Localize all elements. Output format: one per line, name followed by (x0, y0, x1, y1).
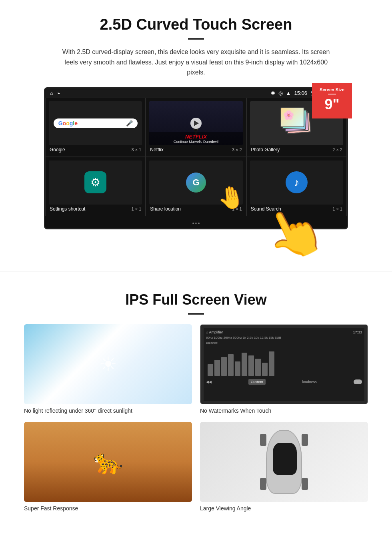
amp-bar-7 (248, 355, 254, 375)
netflix-size: 3 × 2 (232, 147, 242, 152)
cheetah-caption: Super Fast Response (24, 505, 192, 512)
photo-card-4: 🌸 (280, 107, 304, 127)
google-name: Google (50, 147, 65, 153)
sound-icon-wrap: ♪ (286, 171, 308, 193)
app-cell-netflix[interactable]: 🕴 NETFLIX Continue Marvel's Daredevil Ne… (146, 98, 246, 157)
page: 2.5D Curved Touch Screen With 2.5D curve… (0, 0, 392, 528)
img-item-amplifier: ⌂ Amplifier 17:33 60hz 100hz 200hz 500hz… (200, 324, 368, 414)
app-cell-sound[interactable]: ♪ Sound Search 1 × 1 (246, 157, 347, 216)
play-button[interactable] (190, 118, 202, 129)
app-cell-share[interactable]: G 🤚 Share location 1 × 1 (146, 157, 246, 216)
photo-stack: 🌸 (280, 107, 312, 139)
status-bar: ⌂ ⌁ ✱ ◎ ▲ 15:06 📷 🔊 ⊠ ▭ (45, 88, 347, 98)
amp-title: ⌂ Amplifier (206, 330, 223, 334)
badge-label: Screen Size (315, 87, 349, 92)
screen-size-badge: Screen Size 9" (312, 83, 352, 118)
wheel-rl (260, 478, 266, 490)
amplifier-image: ⌂ Amplifier 17:33 60hz 100hz 200hz 500hz… (200, 324, 368, 404)
amp-bar-3 (221, 357, 227, 376)
netflix-name: Netflix (150, 147, 163, 153)
wheel-fl (260, 434, 266, 446)
netflix-subtitle: Continue Marvel's Daredevil (152, 140, 240, 144)
play-triangle (194, 120, 199, 126)
flower-icon: 🌸 (283, 110, 294, 120)
section1-description: With 2.5D curved-display screen, this de… (60, 47, 332, 78)
sunlight-image: ☀ (24, 324, 192, 404)
amp-bar-8 (255, 359, 261, 376)
settings-icon-wrap: ⚙ (84, 171, 106, 193)
usb-icon: ⌁ (57, 90, 60, 96)
car-roof (273, 443, 297, 475)
google-search-bar[interactable]: Google 🎤 (54, 118, 138, 128)
section-divider (0, 271, 392, 271)
google-inner: Google 🎤 (49, 101, 142, 145)
sunlight-caption: No light reflecting under 360° direct su… (24, 407, 192, 414)
section2: IPS Full Screen View ☀ No light reflecti… (0, 287, 392, 528)
mic-icon[interactable]: 🎤 (126, 120, 133, 126)
clock: 15:06 (294, 90, 307, 96)
netflix-overlay: NETFLIX Continue Marvel's Daredevil (149, 132, 242, 145)
cheetah-silhouette: 🐆 (93, 448, 123, 476)
settings-name: Settings shortcut (50, 206, 85, 212)
amp-toggle[interactable]: ○ (354, 379, 362, 384)
sound-name: Sound Search (251, 206, 281, 212)
google-label: Google 3 × 1 (49, 145, 142, 153)
wheel-fr (302, 434, 308, 446)
amp-header: ⌂ Amplifier 17:33 (206, 330, 362, 334)
settings-inner: ⚙ (49, 161, 142, 205)
gallery-name: Photo Gallery (251, 147, 280, 153)
netflix-logo: NETFLIX (152, 134, 240, 140)
amp-prev-icon: ◀◀ (206, 380, 212, 384)
img-item-sunlight: ☀ No light reflecting under 360° direct … (24, 324, 192, 414)
amp-time: 17:33 (353, 330, 362, 334)
settings-size: 1 × 1 (132, 207, 142, 211)
google-size: 3 × 1 (132, 147, 142, 152)
car-body (266, 430, 302, 494)
car-shape (260, 426, 308, 498)
img-item-cheetah: 🐆 Super Fast Response (24, 422, 192, 512)
amp-bar-4 (228, 354, 234, 376)
sunlight-flare: ☀ (99, 353, 117, 376)
sound-label: Sound Search 1 × 1 (250, 205, 343, 213)
device-wrapper: Screen Size 9" ⌂ ⌁ ✱ ◎ ▲ 15:06 � (44, 87, 348, 229)
wheel-rr (302, 478, 308, 490)
settings-label: Settings shortcut 1 × 1 (49, 205, 142, 213)
amp-freq-labels: 60hz 100hz 200hz 500hz 1k 2.5k 10k 12.5k… (206, 336, 362, 339)
amp-bar-2 (214, 360, 220, 376)
device-frame: ⌂ ⌁ ✱ ◎ ▲ 15:06 📷 🔊 ⊠ ▭ (44, 87, 348, 229)
section1-title-bar (188, 38, 204, 40)
bluetooth-icon: ✱ (271, 90, 275, 96)
app-cell-settings[interactable]: ⚙ Settings shortcut 1 × 1 (45, 157, 146, 216)
netflix-label: Netflix 3 × 2 (149, 145, 242, 153)
img-item-car: Large Viewing Angle (200, 422, 368, 512)
app-cell-google[interactable]: Google 🎤 Google 3 × 1 (45, 98, 146, 157)
sound-size: 1 × 1 (332, 207, 342, 211)
app-grid-row2: ⚙ Settings shortcut 1 × 1 G (45, 157, 347, 216)
app-grid-row1: Google 🎤 Google 3 × 1 (45, 98, 347, 157)
google-logo: Google (58, 120, 78, 126)
amp-bar-5 (235, 361, 240, 376)
music-note-icon: ♪ (294, 176, 299, 189)
image-grid: ☀ No light reflecting under 360° direct … (24, 324, 368, 512)
gear-icon: ⚙ (90, 176, 100, 189)
amplifier-caption: No Watermarks When Touch (200, 407, 368, 414)
home-icon[interactable]: ⌂ (50, 90, 53, 96)
amp-custom-btn[interactable]: Custom (248, 379, 266, 385)
car-image (200, 422, 368, 502)
share-inner: G 🤚 (149, 161, 242, 205)
location-icon: ◎ (278, 90, 283, 96)
amp-bar-9 (262, 363, 268, 375)
amp-balance-label: Balance (206, 341, 362, 345)
car-caption: Large Viewing Angle (200, 505, 368, 512)
badge-divider (328, 94, 336, 94)
share-name: Share location (150, 206, 181, 212)
section2-title: IPS Full Screen View (24, 291, 368, 308)
amp-bar-10 (269, 351, 274, 376)
amp-bars-container (206, 345, 362, 377)
netflix-inner: 🕴 NETFLIX Continue Marvel's Daredevil (149, 101, 242, 145)
section1: 2.5D Curved Touch Screen With 2.5D curve… (0, 0, 392, 239)
section2-title-bar (188, 313, 204, 315)
status-left: ⌂ ⌁ (50, 90, 60, 96)
wifi-icon: ▲ (286, 90, 291, 96)
section1-title: 2.5D Curved Touch Screen (24, 16, 368, 33)
